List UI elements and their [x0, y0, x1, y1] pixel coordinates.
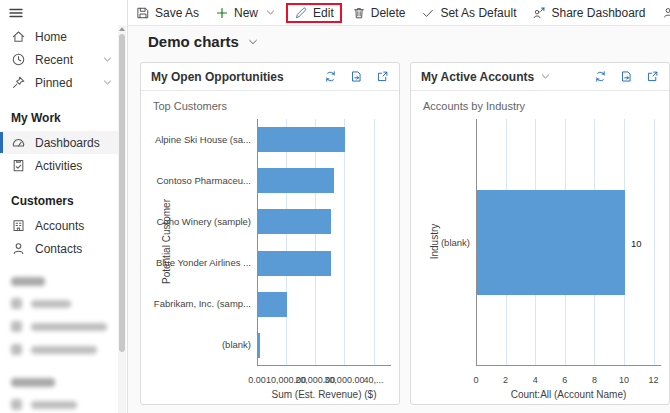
sidebar-item-activities[interactable]: Activities — [0, 154, 119, 177]
plus-icon — [215, 6, 229, 20]
dashboard-selector[interactable]: Demo charts — [148, 33, 259, 50]
redacted-icon — [11, 399, 22, 410]
menu-icon[interactable] — [8, 5, 24, 21]
panel-title: My Open Opportunities — [151, 70, 284, 84]
redacted-label — [31, 401, 77, 409]
toolbar-new-button[interactable]: New — [207, 3, 284, 23]
dynamics-dashboard-app: { "colors": { "accent": "#1160b7", "gree… — [0, 0, 670, 413]
category-label: Blue Yonder Airlines ... — [141, 257, 251, 268]
sidebar-section-header-redacted — [11, 277, 45, 286]
sidebar-item-dashboards[interactable]: Dashboards — [0, 131, 119, 154]
sidebar-section-header: My Work — [0, 94, 119, 131]
toolbar-share-dashboard-button[interactable]: Share Dashboard — [524, 3, 653, 23]
sidebar-item-recent[interactable]: Recent — [0, 48, 119, 71]
panel-header: My Open Opportunities — [141, 63, 399, 91]
toolbar-button-label: Share Dashboard — [551, 6, 645, 20]
expand-chart-icon[interactable] — [646, 70, 659, 83]
redacted-content — [11, 399, 77, 410]
x-axis-title: Sum (Est. Revenue) ($) — [257, 389, 391, 400]
sidebar-item-accounts[interactable]: Accounts — [0, 214, 119, 237]
chart-area: 10(blank)024681012Count:All (Account Nam… — [411, 115, 669, 404]
toolbar-edit-button[interactable]: Edit — [286, 3, 342, 23]
dashboard-icon — [11, 135, 26, 150]
toolbar-button-label: Edit — [313, 6, 334, 20]
panel-my-active-accounts: My Active AccountsAccounts by Industry10… — [410, 62, 670, 405]
refresh-chart-icon[interactable] — [594, 70, 607, 83]
x-axis-title: Count:All (Account Name) — [476, 389, 661, 400]
toolbar-button-label: Delete — [371, 6, 406, 20]
toolbar-assign-button[interactable]: Assign — [654, 3, 670, 23]
sidebar-item-contacts[interactable]: Contacts — [0, 237, 119, 260]
bar[interactable] — [258, 209, 331, 234]
chevron-down-icon — [102, 77, 113, 88]
toolbar-button-label: New — [234, 6, 258, 20]
sidebar-item-redacted[interactable] — [0, 292, 119, 315]
pencil-icon — [294, 6, 308, 20]
toolbar-set-as-default-button[interactable]: Set As Default — [413, 3, 524, 23]
bar[interactable] — [258, 127, 345, 152]
plot-area — [257, 119, 391, 366]
panel-actions — [324, 70, 389, 83]
chevron-down-icon — [247, 36, 259, 48]
command-bar: Save AsNewEditDeleteSet As DefaultShare … — [128, 0, 670, 26]
bar[interactable] — [258, 168, 334, 193]
assign-icon — [662, 6, 670, 20]
sidebar-item-redacted[interactable] — [0, 315, 119, 338]
category-label: (blank) — [411, 237, 470, 248]
gridline — [286, 119, 287, 365]
home-icon — [11, 29, 26, 44]
check-icon — [421, 6, 435, 20]
chart-title: Accounts by Industry — [423, 100, 525, 112]
panel-my-open-opportunities: My Open OpportunitiesTop CustomersAlpine… — [140, 62, 400, 405]
view-records-icon[interactable] — [350, 70, 363, 83]
chevron-down-icon — [265, 7, 276, 18]
redacted-icon — [11, 344, 22, 355]
sidebar-item-label: Recent — [35, 53, 73, 67]
redacted-content — [11, 344, 97, 355]
refresh-chart-icon[interactable] — [324, 70, 337, 83]
gridline — [315, 119, 316, 365]
toolbar-delete-button[interactable]: Delete — [344, 3, 414, 23]
sidebar-item-home[interactable]: Home — [0, 25, 119, 48]
sidebar-item-label: Home — [35, 30, 67, 44]
redacted-icon — [11, 321, 22, 332]
redacted-label — [31, 346, 97, 354]
category-label: (blank) — [141, 339, 251, 350]
chevron-down-icon — [540, 71, 551, 82]
sidebar-item-redacted[interactable] — [0, 338, 119, 361]
scroll-up-arrow-icon[interactable] — [119, 27, 125, 31]
share-icon — [532, 6, 546, 20]
sidebar-section-header: Customers — [0, 177, 119, 214]
toolbar-save-as-button[interactable]: Save As — [128, 3, 207, 23]
sidebar-item-pinned[interactable]: Pinned — [0, 71, 119, 94]
x-tick-label: 40,... — [346, 375, 402, 385]
bar[interactable] — [258, 292, 287, 317]
data-label: 10 — [631, 238, 642, 249]
redacted-label — [31, 323, 107, 331]
bar[interactable] — [258, 251, 331, 276]
plot-area: 10 — [476, 119, 661, 366]
category-label: Alpine Ski House (sa... — [141, 134, 251, 145]
sidebar-item-redacted[interactable] — [0, 393, 119, 413]
redacted-label — [31, 300, 71, 308]
bar[interactable] — [477, 190, 625, 295]
activities-icon — [11, 158, 26, 173]
scrollbar-thumb[interactable] — [119, 34, 125, 352]
toolbar-button-label: Save As — [155, 6, 199, 20]
bar[interactable] — [258, 333, 260, 358]
y-axis-title: Potential Customer — [161, 181, 172, 301]
redacted-icon — [11, 298, 22, 309]
panel-title[interactable]: My Active Accounts — [421, 70, 551, 84]
panel-header: My Active Accounts — [411, 63, 669, 91]
sidebar-scrollbar[interactable] — [118, 25, 126, 413]
gridline — [374, 119, 375, 365]
panel-title-text: My Active Accounts — [421, 70, 534, 84]
x-tick-label: 12 — [626, 375, 670, 385]
sidebar-item-label: Dashboards — [35, 136, 100, 150]
sidebar-item-label: Contacts — [35, 242, 82, 256]
view-records-icon[interactable] — [620, 70, 633, 83]
category-label: Coho Winery (sample) — [141, 216, 251, 227]
gridline — [344, 119, 345, 365]
expand-chart-icon[interactable] — [376, 70, 389, 83]
contacts-icon — [11, 241, 26, 256]
